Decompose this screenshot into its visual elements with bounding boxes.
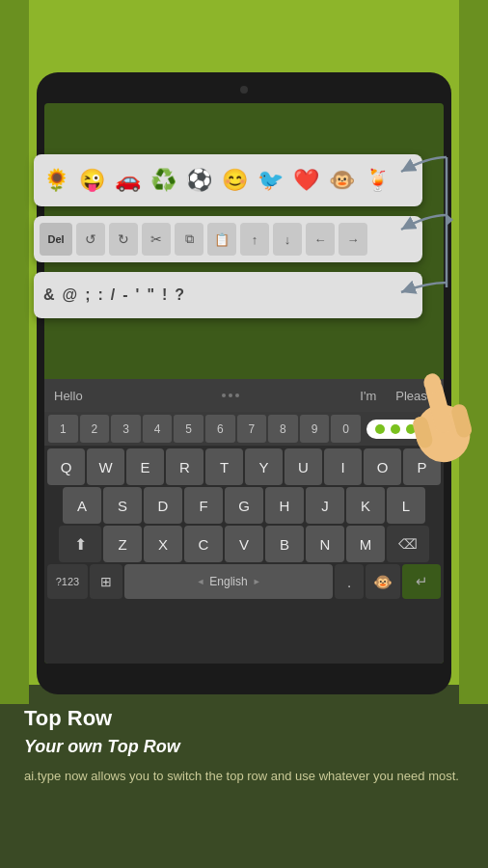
emoji-drink[interactable]: 🍹 xyxy=(361,164,393,197)
undo-btn[interactable]: ↺ xyxy=(76,223,105,256)
arrow-right-icon: ► xyxy=(253,577,261,586)
emoji-key[interactable]: 🐵 xyxy=(366,564,400,599)
key-k[interactable]: K xyxy=(346,487,385,524)
keyboard-panel: Hello I'm Please 1 2 3 4 5 6 xyxy=(44,379,444,664)
sym-question[interactable]: ? xyxy=(175,286,184,304)
sym-apos[interactable]: ' xyxy=(136,286,140,304)
backspace-key[interactable]: ⌫ xyxy=(387,526,429,562)
language-label: English xyxy=(209,575,247,588)
number-row: 1 2 3 4 5 6 7 8 9 0 xyxy=(44,412,444,446)
num-key-5[interactable]: 5 xyxy=(174,415,203,443)
emoji-bird[interactable]: 🐦 xyxy=(254,164,286,197)
suggestion-im[interactable]: I'm xyxy=(360,389,376,403)
num-key-0[interactable]: 0 xyxy=(331,415,361,443)
key-s[interactable]: S xyxy=(103,487,142,524)
bottom-description: ai.type now allows you to switch the top… xyxy=(24,767,464,786)
key-e[interactable]: E xyxy=(126,448,164,485)
symbols-panel: & @ ; : / - ' " ! ? xyxy=(34,272,422,318)
main-wrapper: Hello I'm Please 1 2 3 4 5 6 xyxy=(0,0,488,868)
right-bar xyxy=(459,0,488,704)
key-i[interactable]: I xyxy=(324,448,362,485)
key-n[interactable]: N xyxy=(306,526,344,562)
up-btn[interactable]: ↑ xyxy=(240,223,269,256)
paste-btn[interactable]: 📋 xyxy=(207,223,236,256)
key-h[interactable]: H xyxy=(265,487,304,524)
suggestion-dots xyxy=(102,393,361,397)
bottom-title: Top Row xyxy=(24,706,464,731)
num-key-2[interactable]: 2 xyxy=(80,415,110,443)
sym-at[interactable]: @ xyxy=(63,286,78,304)
key-b[interactable]: B xyxy=(265,526,304,562)
cut-btn[interactable]: ✂ xyxy=(142,223,171,256)
sym-ampersand[interactable]: & xyxy=(43,286,55,304)
suggestion-bar: Hello I'm Please xyxy=(44,379,444,412)
emoji-heart[interactable]: ❤️ xyxy=(289,164,322,197)
sym-exclaim[interactable]: ! xyxy=(162,286,167,304)
bottom-subtitle: Your own Top Row xyxy=(24,737,464,757)
edit-panel: Del ↺ ↻ ✂ ⧉ 📋 ↑ ↓ ← → xyxy=(34,216,422,262)
key-a[interactable]: A xyxy=(63,487,101,524)
emoji-crazy[interactable]: 😜 xyxy=(75,164,108,197)
key-v[interactable]: V xyxy=(225,526,263,562)
key-l[interactable]: L xyxy=(387,487,425,524)
key-x[interactable]: X xyxy=(144,526,182,562)
key-c[interactable]: C xyxy=(184,526,223,562)
key-q[interactable]: Q xyxy=(47,448,85,485)
key-f[interactable]: F xyxy=(184,487,223,524)
key-m[interactable]: M xyxy=(346,526,385,562)
sym-colon[interactable]: : xyxy=(98,286,103,304)
left-bar xyxy=(0,0,29,704)
right-btn[interactable]: → xyxy=(339,223,367,256)
layout-btn[interactable]: ⊞ xyxy=(90,564,122,599)
num-key-4[interactable]: 4 xyxy=(143,415,173,443)
key-r[interactable]: R xyxy=(166,448,203,485)
gdot-1 xyxy=(375,424,385,434)
key-g[interactable]: G xyxy=(225,487,263,524)
key-t[interactable]: T xyxy=(205,448,243,485)
emoji-smile[interactable]: 😊 xyxy=(218,164,251,197)
key-y[interactable]: Y xyxy=(245,448,283,485)
mode-switch-btn[interactable]: ?123 xyxy=(47,564,88,599)
left-btn[interactable]: ← xyxy=(306,223,335,256)
copy-btn[interactable]: ⧉ xyxy=(175,223,203,256)
emoji-panel: 🌻 😜 🚗 ♻️ ⚽ 😊 🐦 ❤️ 🐵 🍹 xyxy=(34,154,422,206)
bottom-info-section: Top Row Your own Top Row ai.type now all… xyxy=(0,685,488,868)
emoji-monkey[interactable]: 🐵 xyxy=(325,164,358,197)
sym-slash[interactable]: / xyxy=(111,286,115,304)
annotation-arrows xyxy=(393,143,461,336)
key-u[interactable]: U xyxy=(285,448,322,485)
redo-btn[interactable]: ↻ xyxy=(109,223,138,256)
num-key-8[interactable]: 8 xyxy=(268,415,298,443)
qwerty-row-2: A S D F G H J K L xyxy=(44,486,444,525)
down-btn[interactable]: ↓ xyxy=(273,223,302,256)
period-key[interactable]: . xyxy=(335,564,364,599)
key-d[interactable]: D xyxy=(144,487,182,524)
space-bar[interactable]: ◄ English ► xyxy=(124,564,333,599)
emoji-soccer[interactable]: ⚽ xyxy=(182,164,215,197)
num-key-7[interactable]: 7 xyxy=(237,415,267,443)
sym-quote[interactable]: " xyxy=(147,286,154,304)
arrow-left-icon: ◄ xyxy=(196,577,204,586)
emoji-car[interactable]: 🚗 xyxy=(111,164,144,197)
suggestion-hello[interactable]: Hello xyxy=(54,389,83,403)
num-key-9[interactable]: 9 xyxy=(300,415,330,443)
key-z[interactable]: Z xyxy=(103,526,142,562)
del-btn[interactable]: Del xyxy=(40,223,72,256)
sym-dash[interactable]: - xyxy=(122,286,127,304)
num-key-1[interactable]: 1 xyxy=(48,415,78,443)
shift-key[interactable]: ⬆ xyxy=(59,526,101,562)
qwerty-row-3: ⬆ Z X C V B N M ⌫ xyxy=(44,525,444,563)
keyboard-bottom-row: ?123 ⊞ ◄ English ► . 🐵 ↵ xyxy=(44,563,444,602)
emoji-sunflower[interactable]: 🌻 xyxy=(40,164,72,197)
key-w[interactable]: W xyxy=(87,448,124,485)
key-j[interactable]: J xyxy=(306,487,344,524)
sym-semicolon[interactable]: ; xyxy=(85,286,90,304)
key-o[interactable]: O xyxy=(364,448,401,485)
svg-marker-1 xyxy=(447,214,453,226)
enter-key[interactable]: ↵ xyxy=(402,564,441,599)
camera-dot xyxy=(240,86,248,94)
num-key-3[interactable]: 3 xyxy=(111,415,141,443)
emoji-recycle[interactable]: ♻️ xyxy=(147,164,179,197)
num-key-6[interactable]: 6 xyxy=(205,415,235,443)
qwerty-row-1: Q W E R T Y U I O P xyxy=(44,446,444,486)
